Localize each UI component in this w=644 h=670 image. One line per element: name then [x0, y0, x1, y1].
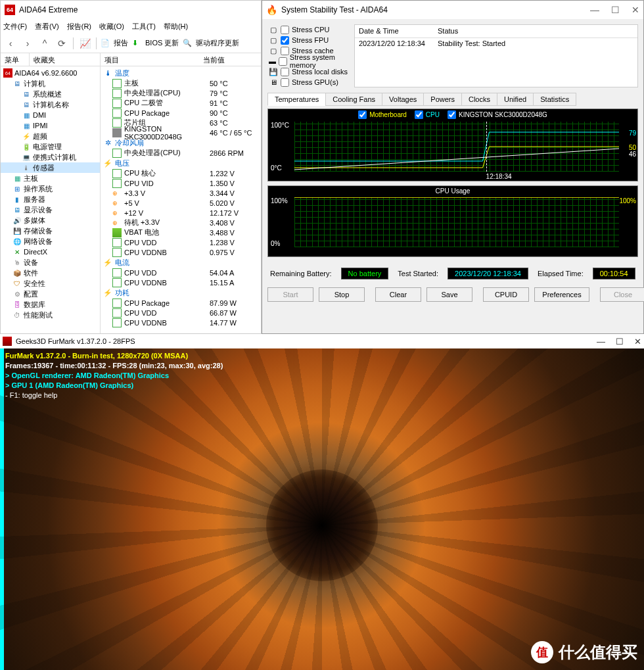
- check-type-icon: 💾: [267, 67, 279, 76]
- sensor-row[interactable]: CPU VDDNB15.15 A: [101, 277, 261, 287]
- tree-overclock[interactable]: ⚡超频: [1, 131, 100, 141]
- sensor-row[interactable]: VBAT 电池3.488 V: [101, 227, 261, 237]
- chart-button[interactable]: 📈: [78, 36, 92, 51]
- sensor-row[interactable]: CPU VDDNB0.975 V: [101, 247, 261, 257]
- sensor-row[interactable]: CPU Package87.99 W: [101, 298, 261, 308]
- tab-unified[interactable]: Unified: [497, 93, 534, 106]
- clear-button[interactable]: Clear: [375, 287, 421, 302]
- stress-check-3[interactable]: ▬Stress system memory: [267, 56, 350, 66]
- menu-view[interactable]: 查看(V): [35, 22, 59, 32]
- tree-os[interactable]: ⊞操作系统: [1, 183, 100, 194]
- tree-sysoverview[interactable]: 🖥系统概述: [1, 89, 100, 99]
- report-button[interactable]: 报告: [112, 38, 129, 48]
- tab-powers[interactable]: Powers: [423, 93, 462, 106]
- start-button[interactable]: Start: [267, 287, 313, 302]
- tree-power[interactable]: 🔋电源管理: [1, 141, 100, 152]
- tab-clocks[interactable]: Clocks: [461, 93, 497, 106]
- close-button[interactable]: Close: [600, 287, 644, 302]
- tree-dmi[interactable]: ▦DMI: [1, 110, 100, 120]
- bios-button[interactable]: BIOS 更新: [144, 38, 180, 48]
- tree-display[interactable]: 🖥显示设备: [1, 204, 100, 215]
- tree-mb[interactable]: ▦主板: [1, 173, 100, 183]
- sidebar-hdr-menu[interactable]: 菜单: [1, 53, 30, 66]
- fm-maximize-button[interactable]: ☐: [616, 337, 624, 347]
- stop-button[interactable]: Stop: [319, 287, 365, 302]
- tab-voltages[interactable]: Voltages: [382, 93, 424, 106]
- nav-up-button[interactable]: ^: [37, 36, 52, 51]
- menu-report[interactable]: 报告(R): [67, 22, 91, 32]
- stress-checkbox[interactable]: [279, 57, 287, 66]
- tree-cfg[interactable]: ⚙配置: [1, 289, 100, 299]
- tree-sw[interactable]: 📦软件: [1, 268, 100, 278]
- sensor-row[interactable]: CPU 核心1.232 V: [101, 168, 261, 178]
- tree-storage[interactable]: 💾存储设备: [1, 226, 100, 236]
- save-button[interactable]: Save: [426, 287, 472, 302]
- tab-temperatures[interactable]: Temperatures: [267, 93, 326, 106]
- refresh-button[interactable]: ⟳: [55, 36, 69, 51]
- sensor-row[interactable]: CPU VDD1.238 V: [101, 237, 261, 247]
- stress-checkbox[interactable]: [281, 78, 289, 87]
- tab-fans[interactable]: Cooling Fans: [325, 93, 382, 106]
- legend-ssd-check[interactable]: [448, 110, 456, 119]
- sensor-row[interactable]: ⊕+12 V12.172 V: [101, 208, 261, 218]
- tree-dx[interactable]: ✕DirectX: [1, 247, 100, 257]
- stress-check-4[interactable]: 💾Stress local disks: [267, 66, 350, 77]
- menu-tools[interactable]: 工具(T): [132, 22, 156, 32]
- menu-help[interactable]: 帮助(H): [164, 22, 188, 32]
- nav-back-button[interactable]: ‹: [3, 36, 18, 51]
- stress-checkbox[interactable]: [281, 47, 289, 55]
- sensor-row[interactable]: CPU Package90 °C: [101, 108, 261, 118]
- stress-check-0[interactable]: ▢Stress CPU: [267, 24, 350, 35]
- tree-compname[interactable]: 🖥计算机名称: [1, 99, 100, 110]
- nav-fwd-button[interactable]: ›: [20, 36, 35, 51]
- legend-cpu-check[interactable]: [415, 110, 423, 119]
- sensor-row[interactable]: ⊕+3.3 V3.344 V: [101, 188, 261, 198]
- sidebar-hdr-fav[interactable]: 收藏夹: [30, 53, 59, 66]
- tree-ipmi[interactable]: ▦IPMI: [1, 120, 100, 131]
- tree-devices[interactable]: 🖱设备: [1, 257, 100, 268]
- sensor-row[interactable]: ⊕+5 V5.020 V: [101, 198, 261, 208]
- sensor-row[interactable]: KINGSTON SKC3000D2048G46 °C / 65 °C: [101, 128, 261, 137]
- stress-checkbox[interactable]: [281, 26, 289, 34]
- stress-check-5[interactable]: 🖥Stress GPU(s): [267, 77, 350, 87]
- sensor-row[interactable]: 主板50 °C: [101, 78, 261, 88]
- tree-server[interactable]: ▮服务器: [1, 194, 100, 204]
- sst-titlebar[interactable]: 🔥 System Stability Test - AIDA64 — ☐ ✕: [262, 1, 643, 19]
- tree-net[interactable]: 🌐网络设备: [1, 236, 100, 247]
- col-item[interactable]: 项目: [101, 53, 199, 66]
- menu-file[interactable]: 文件(F): [3, 22, 27, 32]
- close-button[interactable]: ✕: [632, 5, 639, 15]
- tree-sec[interactable]: 🛡安全性: [1, 278, 100, 289]
- stress-checkbox[interactable]: [281, 68, 289, 76]
- sensor-row[interactable]: CPU VDDNB14.77 W: [101, 318, 261, 327]
- sensor-row[interactable]: CPU 二极管91 °C: [101, 98, 261, 108]
- tree-perf[interactable]: ⏱性能测试: [1, 310, 100, 320]
- sensor-row[interactable]: 中央处理器(CPU)79 °C: [101, 88, 261, 98]
- legend-mb-check[interactable]: [358, 110, 367, 119]
- tree-sensor[interactable]: 🌡传感器: [1, 162, 100, 173]
- col-current[interactable]: 当前值: [199, 53, 229, 66]
- sensor-row[interactable]: CPU VDD66.87 W: [101, 308, 261, 318]
- aida64-titlebar[interactable]: 64 AIDA64 Extreme: [1, 1, 261, 19]
- menu-fav[interactable]: 收藏(O): [99, 22, 124, 32]
- driver-button[interactable]: 驱动程序更新: [195, 38, 241, 48]
- tree-portable[interactable]: 💻便携式计算机: [1, 152, 100, 162]
- tree-root[interactable]: 64AIDA64 v6.92.6600: [1, 68, 100, 78]
- sensor-row[interactable]: ⊕待机 +3.3V3.408 V: [101, 218, 261, 227]
- maximize-button[interactable]: ☐: [611, 5, 620, 15]
- fm-minimize-button[interactable]: —: [597, 337, 605, 347]
- preferences-button[interactable]: Preferences: [534, 287, 589, 302]
- fm-close-button[interactable]: ✕: [634, 337, 641, 347]
- sensor-row[interactable]: CPU VDD54.04 A: [101, 268, 261, 277]
- cpuid-button[interactable]: CPUID: [483, 287, 529, 302]
- tab-statistics[interactable]: Statistics: [533, 93, 576, 106]
- stress-check-1[interactable]: ▢Stress FPU: [267, 35, 350, 45]
- tree-db[interactable]: 🗄数据库: [1, 299, 100, 310]
- sensor-row[interactable]: 中央处理器(CPU)2866 RPM: [101, 148, 261, 158]
- furmark-titlebar[interactable]: Geeks3D FurMark v1.37.2.0 - 28FPS — ☐ ✕: [0, 334, 644, 348]
- tree-mm[interactable]: 🔊多媒体: [1, 215, 100, 226]
- stress-checkbox[interactable]: [281, 36, 289, 45]
- minimize-button[interactable]: —: [590, 5, 599, 15]
- tree-computer[interactable]: 🖥计算机: [1, 78, 100, 89]
- sensor-row[interactable]: CPU VID1.350 V: [101, 178, 261, 188]
